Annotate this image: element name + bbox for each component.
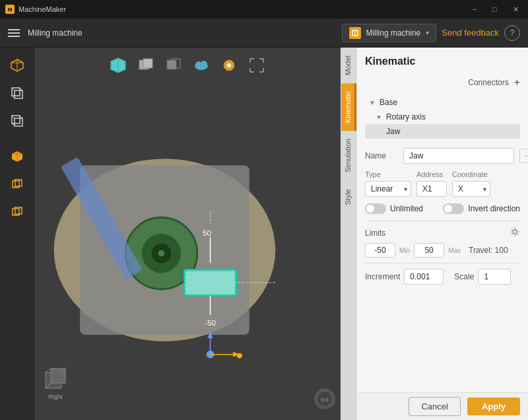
- svg-point-36: [201, 61, 207, 67]
- tree-label-jaw: Jaw: [386, 127, 400, 136]
- kinematic-tree: ▼ Base ▼ Rotary axis Jaw: [365, 95, 520, 139]
- tool-orange-cube[interactable]: [5, 144, 30, 169]
- panel-content: Kinematic Connectors + ▼ Base ▼ Rotary a…: [357, 48, 528, 392]
- name-input[interactable]: [403, 148, 514, 164]
- limits-header: Limits: [365, 227, 520, 239]
- maximize-btn[interactable]: □: [488, 4, 501, 15]
- name-label: Name: [365, 151, 398, 160]
- toggles-row: Unlimited Invert direction: [365, 203, 520, 214]
- type-select[interactable]: Linear Rotary: [365, 181, 411, 197]
- divider2: [365, 263, 520, 263]
- add-connector-button[interactable]: +: [514, 77, 520, 88]
- tab-model[interactable]: Model: [341, 48, 356, 83]
- titlebar-left: M MachineMaker: [5, 5, 66, 14]
- canvas-tool-expand[interactable]: [246, 54, 268, 77]
- header-center: Milling machine ▾ Send feedback ?: [342, 24, 520, 42]
- increment-row: Increment Scale: [365, 269, 520, 285]
- machine-name: Milling machine: [366, 28, 421, 38]
- tool-cube-selected[interactable]: [5, 199, 30, 225]
- limits-values-row: Min Max Travel: 100: [365, 243, 520, 258]
- invert-wrapper: Invert direction: [443, 203, 520, 214]
- tool-cube-outline[interactable]: [5, 81, 30, 106]
- type-address-row: Type Linear Rotary Address Coor: [365, 170, 520, 197]
- coordinate-col-label: Coordinate: [452, 170, 490, 178]
- dropdown-arrow-icon: ▾: [426, 29, 429, 36]
- unlimited-label: Unlimited: [390, 204, 423, 213]
- menu-button[interactable]: [8, 29, 20, 37]
- tree-arrow-rotary: ▼: [376, 114, 382, 121]
- tab-simulation[interactable]: Simulation: [341, 131, 356, 180]
- feedback-button[interactable]: Send feedback: [442, 28, 499, 38]
- type-col-label: Type: [365, 170, 411, 178]
- scale-input[interactable]: [478, 269, 511, 285]
- increment-input[interactable]: [404, 269, 444, 285]
- limits-label: Limits: [365, 228, 385, 238]
- right-panel: Kinematic Connectors + ▼ Base ▼ Rotary a…: [356, 48, 528, 420]
- svg-text:0.0: 0.0: [321, 397, 329, 403]
- svg-point-38: [227, 63, 231, 67]
- min-input[interactable]: [365, 243, 395, 258]
- type-col: Type Linear Rotary: [365, 170, 411, 197]
- name-row: Name ···: [365, 148, 520, 164]
- canvas-tool-dot[interactable]: [218, 54, 240, 77]
- tree-arrow-base: ▼: [369, 99, 376, 106]
- connectors-row: Connectors +: [365, 77, 520, 88]
- canvas-toolbar: [34, 54, 341, 77]
- minimize-btn[interactable]: −: [469, 4, 480, 15]
- canvas-tool-cube[interactable]: [107, 54, 129, 77]
- machine-svg: 50 -50: [34, 48, 341, 420]
- svg-rect-31: [143, 59, 152, 68]
- view-label: Right: [48, 394, 62, 400]
- coordinate-select-wrapper: X Y Z: [452, 181, 490, 197]
- increment-label: Increment: [365, 272, 400, 281]
- tab-style[interactable]: Style: [341, 181, 356, 213]
- unlimited-toggle[interactable]: [365, 203, 386, 214]
- travel-label: Travel: 100: [469, 246, 508, 255]
- app-name: MachineMaker: [18, 5, 66, 13]
- canvas-area[interactable]: 50 -50 Right 0.0: [34, 48, 341, 420]
- header: Milling machine Milling machine ▾ Send f…: [0, 18, 528, 48]
- more-button[interactable]: ···: [519, 149, 528, 163]
- address-col-label: Address: [416, 170, 447, 178]
- canvas-tool-cloud[interactable]: [190, 54, 213, 77]
- unlimited-wrapper: Unlimited: [365, 203, 423, 214]
- view-cube: Right: [42, 366, 69, 400]
- svg-text:50: 50: [203, 228, 212, 238]
- max-input[interactable]: [414, 243, 444, 258]
- tree-label-rotary: Rotary axis: [386, 112, 426, 122]
- scale-wrapper: Scale: [454, 269, 511, 285]
- help-button[interactable]: ?: [504, 25, 520, 41]
- tool-cube-3d[interactable]: [5, 53, 30, 78]
- app-title: Milling machine: [28, 28, 82, 38]
- machine-dropdown[interactable]: Milling machine ▾: [342, 24, 437, 42]
- cancel-button[interactable]: Cancel: [409, 397, 460, 416]
- svg-rect-6: [15, 90, 22, 98]
- tree-item-rotary[interactable]: ▼ Rotary axis: [365, 110, 520, 124]
- tool-cube-front[interactable]: [5, 108, 30, 133]
- tree-item-base[interactable]: ▼ Base: [365, 95, 520, 110]
- tree-item-jaw[interactable]: Jaw: [365, 124, 520, 139]
- panel-title: Kinematic: [365, 55, 520, 67]
- titlebar: M MachineMaker − □ ✕: [0, 0, 528, 18]
- canvas-tool-cube3[interactable]: [162, 54, 185, 77]
- coordinate-col: Coordinate X Y Z: [452, 170, 490, 197]
- svg-point-53: [158, 250, 165, 257]
- invert-toggle[interactable]: [443, 203, 464, 214]
- header-left: Milling machine: [8, 28, 82, 38]
- bottom-bar: Cancel Apply: [357, 392, 528, 420]
- coordinate-select[interactable]: X Y Z: [452, 181, 490, 197]
- compass: 0.0: [314, 388, 335, 409]
- side-tabs: Model Kinematic Simulation Style: [341, 48, 356, 420]
- tool-cube-wire[interactable]: [5, 172, 30, 197]
- increment-wrapper: Increment: [365, 269, 444, 285]
- apply-button[interactable]: Apply: [467, 398, 520, 415]
- max-tag: Max: [448, 247, 461, 254]
- svg-rect-11: [15, 118, 22, 126]
- invert-label: Invert direction: [468, 204, 520, 213]
- limits-gear-icon[interactable]: [510, 227, 520, 239]
- canvas-tool-cube2[interactable]: [135, 54, 157, 77]
- close-btn[interactable]: ✕: [509, 4, 523, 15]
- address-input[interactable]: [416, 181, 447, 197]
- tab-kinematic[interactable]: Kinematic: [341, 83, 356, 131]
- tree-label-base: Base: [380, 98, 397, 107]
